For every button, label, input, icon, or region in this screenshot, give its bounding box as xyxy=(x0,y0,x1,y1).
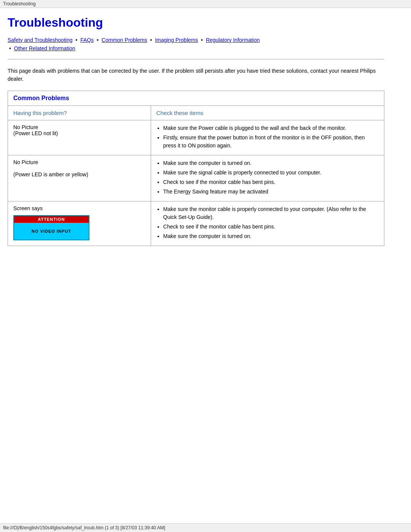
solution-list-2: Make sure the computer is turned on. Mak… xyxy=(163,159,379,196)
separator-4: • xyxy=(201,37,204,43)
nav-link-safety[interactable]: Safety and Troubleshooting xyxy=(8,37,72,43)
solution-item: Make sure the monitor cable is properly … xyxy=(163,205,379,221)
table-row: No Picture(Power LED not lit) Make sure … xyxy=(8,120,384,155)
solution-item: Check to see if the monitor cable has be… xyxy=(163,178,379,186)
nav-links: Safety and Troubleshooting • FAQs • Comm… xyxy=(8,36,384,53)
table-header-row: Having this problem? Check these items xyxy=(8,105,384,120)
solution-cell-1: Make sure the Power cable is plugged to … xyxy=(151,120,384,155)
problem-cell-3: Screen says ATTENTION NO VIDEO INPUT xyxy=(8,201,151,246)
solution-cell-2: Make sure the computer is turned on. Mak… xyxy=(151,155,384,201)
table-title-text: Common Problems xyxy=(13,95,69,101)
separator-2: • xyxy=(97,37,100,43)
problem-cell-2: No Picture(Power LED is amber or yellow) xyxy=(8,155,151,201)
nav-link-imaging[interactable]: Imaging Problems xyxy=(155,37,198,43)
solution-list-3: Make sure the monitor cable is properly … xyxy=(163,205,379,240)
browser-title-bar: Troubleshooting xyxy=(0,0,411,8)
attention-body: NO VIDEO INPUT xyxy=(14,223,89,240)
table-row: Screen says ATTENTION NO VIDEO INPUT Mak… xyxy=(8,201,384,246)
screen-says-label: Screen says xyxy=(13,205,43,211)
browser-tab-title: Troubleshooting xyxy=(3,1,36,6)
separator-5: • xyxy=(9,45,13,51)
attention-box: ATTENTION NO VIDEO INPUT xyxy=(13,215,89,240)
solution-item: The Energy Saving feature may be activat… xyxy=(163,188,379,196)
col2-header: Check these items xyxy=(151,105,384,120)
solution-item: Make sure the computer is turned on. xyxy=(163,159,379,167)
table-title-row: Common Problems xyxy=(8,91,384,105)
intro-paragraph: This page deals with problems that can b… xyxy=(8,67,384,83)
main-content: Troubleshooting Safety and Troubleshooti… xyxy=(0,8,396,276)
section-divider xyxy=(8,59,384,59)
solution-item: Make sure the signal cable is properly c… xyxy=(163,169,379,177)
common-problems-table: Common Problems Having this problem? Che… xyxy=(8,91,384,246)
separator-3: • xyxy=(150,37,154,43)
nav-link-regulatory[interactable]: Regulatory Information xyxy=(206,37,260,43)
nav-link-faqs[interactable]: FAQs xyxy=(80,37,94,43)
solution-item: Check to see if the monitor cable has be… xyxy=(163,223,379,231)
col1-header: Having this problem? xyxy=(8,105,151,120)
page-title: Troubleshooting xyxy=(8,16,384,30)
solution-item: Make sure the Power cable is plugged to … xyxy=(163,124,379,132)
separator-1: • xyxy=(75,37,79,43)
solution-item: Make sure the computer is turned on. xyxy=(163,232,379,240)
solution-list-1: Make sure the Power cable is plugged to … xyxy=(163,124,379,150)
table-row: No Picture(Power LED is amber or yellow)… xyxy=(8,155,384,201)
solution-item: Firstly, ensure that the power button in… xyxy=(163,134,379,150)
nav-link-common[interactable]: Common Problems xyxy=(102,37,147,43)
nav-link-other[interactable]: Other Related Information xyxy=(14,45,75,51)
problem-cell-1: No Picture(Power LED not lit) xyxy=(8,120,151,155)
table-title-cell: Common Problems xyxy=(8,91,384,105)
solution-cell-3: Make sure the monitor cable is properly … xyxy=(151,201,384,246)
attention-header: ATTENTION xyxy=(14,216,89,223)
